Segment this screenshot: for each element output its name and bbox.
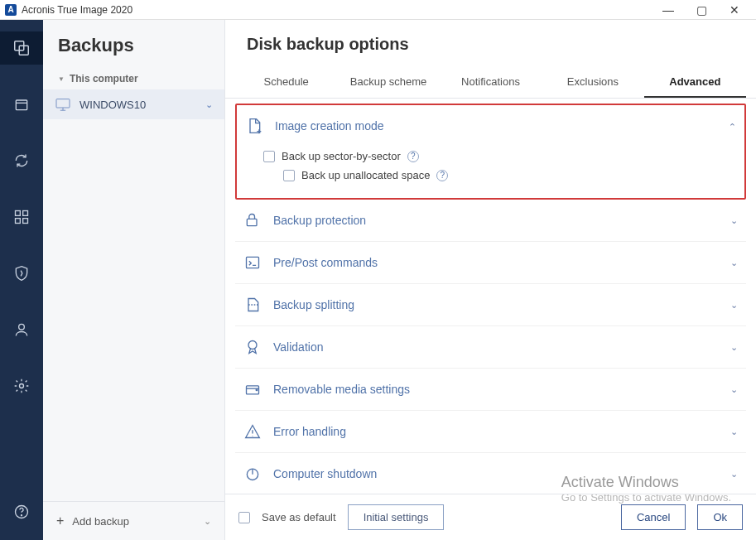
- ribbon-icon: [243, 338, 262, 356]
- tab-notifications[interactable]: Notifications: [440, 67, 542, 98]
- chevron-up-icon: ⌄: [729, 121, 736, 132]
- svg-rect-13: [247, 257, 259, 268]
- rail-protection[interactable]: [0, 257, 43, 290]
- tree-head-this-computer[interactable]: ▼ This computer: [43, 68, 224, 89]
- svg-rect-4: [23, 211, 28, 216]
- lock-icon: [243, 211, 262, 229]
- sidebar-title: Backups: [43, 20, 224, 68]
- monitor-icon: [55, 98, 71, 111]
- ok-button[interactable]: Ok: [697, 504, 743, 530]
- rail-archive[interactable]: [0, 88, 43, 121]
- section-pre-post-commands: Pre/Post commands ⌄: [235, 242, 746, 284]
- add-backup-button[interactable]: + Add backup ⌄: [43, 501, 224, 540]
- plus-icon: +: [56, 513, 64, 528]
- chevron-down-icon: ⌄: [730, 469, 738, 480]
- chevron-down-icon: ⌄: [730, 342, 738, 353]
- tab-exclusions[interactable]: Exclusions: [542, 67, 643, 98]
- add-backup-label: Add backup: [72, 515, 129, 528]
- chevron-down-icon: ⌄: [730, 384, 738, 395]
- advanced-sections: Image creation mode ⌄ Back up sector-by-…: [225, 99, 756, 494]
- section-validation: Validation ⌄: [235, 326, 746, 369]
- section-backup-splitting: Backup splitting ⌄: [235, 284, 746, 326]
- svg-point-7: [19, 324, 25, 330]
- tree-head-label: This computer: [70, 73, 138, 84]
- options-footer: Save as default Initial settings Cancel …: [225, 494, 756, 540]
- chevron-down-icon: ⌄: [730, 427, 738, 437]
- rail-account[interactable]: [0, 313, 43, 346]
- section-label: Image creation mode: [275, 119, 384, 133]
- section-head-pre-post[interactable]: Pre/Post commands ⌄: [235, 242, 746, 283]
- rail-backups[interactable]: [0, 31, 43, 65]
- svg-rect-6: [23, 219, 28, 224]
- section-label: Backup splitting: [273, 298, 354, 311]
- svg-rect-12: [247, 219, 257, 225]
- check-row-unallocated: Back up unallocated space ?: [263, 166, 736, 185]
- document-plus-icon: [245, 117, 263, 135]
- tab-advanced[interactable]: Advanced: [644, 67, 746, 98]
- section-label: Computer shutdown: [273, 467, 377, 480]
- section-backup-protection: Backup protection ⌄: [235, 200, 746, 242]
- rail-apps[interactable]: [0, 200, 43, 234]
- chevron-down-icon: ⌄: [730, 300, 738, 311]
- cancel-button[interactable]: Cancel: [621, 504, 686, 530]
- chevron-down-icon: ⌄: [204, 516, 211, 527]
- section-head-shutdown[interactable]: Computer shutdown ⌄: [235, 453, 746, 494]
- minimize-button[interactable]: —: [652, 3, 685, 17]
- section-removable-media: Removable media settings ⌄: [235, 369, 746, 411]
- nav-rail: [0, 20, 43, 540]
- svg-point-8: [20, 384, 24, 388]
- window-titlebar: A Acronis True Image 2020 — ▢ ✕: [0, 0, 756, 20]
- section-label: Validation: [273, 340, 323, 354]
- rail-help[interactable]: [0, 495, 43, 528]
- section-head-error[interactable]: Error handling ⌄: [235, 411, 746, 452]
- help-icon[interactable]: ?: [436, 170, 448, 181]
- tab-schedule[interactable]: Schedule: [235, 67, 337, 98]
- section-head-splitting[interactable]: Backup splitting ⌄: [235, 284, 746, 325]
- close-button[interactable]: ✕: [718, 3, 751, 17]
- power-icon: [243, 465, 262, 483]
- chevron-down-icon: ⌄: [205, 99, 213, 110]
- initial-settings-button[interactable]: Initial settings: [348, 504, 445, 530]
- section-error-handling: Error handling ⌄: [235, 411, 746, 453]
- rail-settings[interactable]: [0, 369, 43, 403]
- collapse-icon: ▼: [58, 75, 65, 83]
- section-label: Pre/Post commands: [273, 256, 378, 269]
- section-head-image-creation[interactable]: Image creation mode ⌄: [237, 105, 744, 147]
- terminal-icon: [243, 253, 262, 272]
- section-head-removable[interactable]: Removable media settings ⌄: [235, 369, 746, 410]
- check-label: Back up unallocated space: [301, 169, 430, 181]
- split-icon: [243, 296, 262, 314]
- section-head-validation[interactable]: Validation ⌄: [235, 326, 746, 368]
- svg-point-10: [22, 515, 22, 516]
- check-label: Back up sector-by-sector: [282, 150, 401, 162]
- app-icon: A: [5, 4, 17, 16]
- tree-item-windows10[interactable]: WINDOWS10 ⌄: [43, 89, 224, 119]
- app-title: Acronis True Image 2020: [22, 4, 132, 16]
- maximize-button[interactable]: ▢: [685, 3, 718, 17]
- save-default-label: Save as default: [262, 511, 336, 523]
- svg-point-14: [248, 341, 257, 350]
- svg-rect-3: [16, 211, 21, 216]
- section-head-backup-protection[interactable]: Backup protection ⌄: [235, 200, 746, 241]
- chevron-down-icon: ⌄: [730, 258, 738, 268]
- section-label: Backup protection: [273, 214, 366, 227]
- checkbox-unallocated-space[interactable]: [283, 170, 295, 181]
- tree-item-label: WINDOWS10: [79, 99, 146, 111]
- options-tabs: Schedule Backup scheme Notifications Exc…: [225, 67, 756, 99]
- checkbox-sector-by-sector[interactable]: [263, 151, 275, 162]
- check-row-sector-by-sector: Back up sector-by-sector ?: [263, 147, 736, 166]
- rail-sync[interactable]: [0, 144, 43, 177]
- svg-rect-11: [56, 99, 70, 108]
- tab-backup-scheme[interactable]: Backup scheme: [337, 67, 439, 98]
- svg-point-16: [256, 389, 258, 391]
- page-title: Disk backup options: [225, 20, 756, 67]
- content: Disk backup options Schedule Backup sche…: [225, 20, 756, 540]
- section-computer-shutdown: Computer shutdown ⌄: [235, 453, 746, 494]
- help-icon[interactable]: ?: [407, 151, 419, 162]
- drive-icon: [243, 380, 262, 398]
- svg-rect-2: [16, 100, 26, 110]
- section-label: Error handling: [273, 425, 346, 438]
- warning-icon: [243, 422, 262, 441]
- checkbox-save-default[interactable]: [238, 512, 250, 523]
- chevron-down-icon: ⌄: [730, 215, 738, 226]
